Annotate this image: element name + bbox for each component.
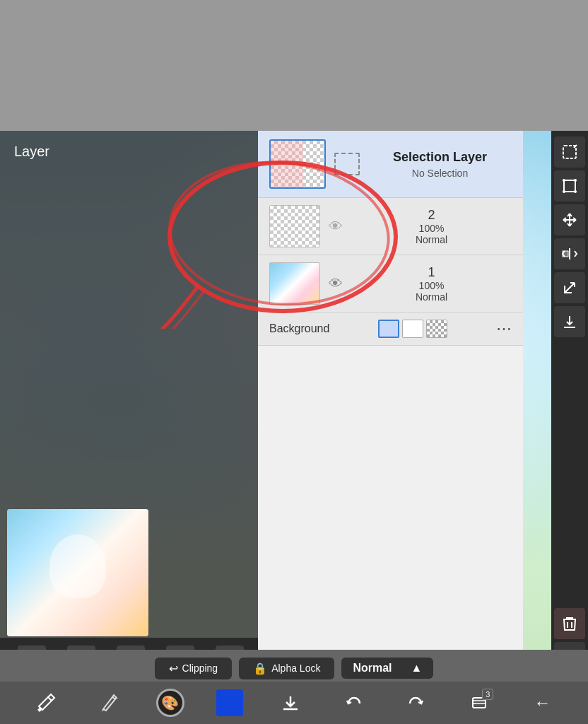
layer-1-row[interactable]: 👁 1 100% Normal — [258, 255, 523, 313]
layer-2-thumbnail — [269, 205, 320, 247]
background-label: Background — [269, 322, 329, 335]
svg-point-16 — [574, 179, 577, 182]
more-options-button[interactable]: ⋯ — [496, 320, 512, 338]
layer-2-number: 2 — [428, 208, 435, 223]
svg-point-15 — [563, 179, 565, 182]
download-button[interactable] — [554, 306, 585, 337]
selection-layer-thumbnail — [269, 139, 326, 189]
redo-button[interactable] — [401, 687, 432, 718]
clipping-label: Clipping — [182, 662, 218, 674]
layer-2-opacity: 100% — [419, 223, 445, 234]
bottom-nav-bar: 🎨 3 ← — [0, 682, 588, 724]
clipping-icon: ↩ — [169, 662, 178, 675]
tools-button[interactable] — [30, 687, 61, 718]
layer-1-info: 1 100% Normal — [351, 265, 512, 303]
resize-button[interactable] — [554, 272, 585, 303]
alpha-lock-button[interactable]: 🔒 Alpha Lock — [239, 658, 334, 679]
clipping-button[interactable]: ↩ Clipping — [155, 658, 233, 679]
background-row[interactable]: Background ⋯ — [258, 313, 523, 346]
selection-layer-info: Selection Layer No Selection — [368, 150, 512, 179]
layer-2-row[interactable]: 👁 2 100% Normal — [258, 198, 523, 255]
transform-button[interactable] — [554, 170, 585, 202]
layer-1-blend: Normal — [416, 291, 447, 303]
bg-swatch-blue[interactable] — [378, 320, 399, 338]
blend-mode-chevron: ▲ — [411, 662, 423, 675]
alpha-lock-icon: 🔒 — [253, 662, 267, 675]
back-button[interactable]: ← — [527, 687, 558, 718]
color-swatch-button[interactable] — [216, 689, 243, 716]
layer-1-thumbnail — [269, 262, 320, 305]
layer-1-number: 1 — [428, 265, 435, 280]
bg-swatch-checker[interactable] — [426, 320, 447, 338]
alpha-lock-label: Alpha Lock — [271, 662, 320, 674]
delete-button[interactable] — [554, 608, 585, 639]
normal-mode-label: Normal — [353, 662, 392, 675]
layer-1-visibility-icon[interactable]: 👁 — [329, 276, 343, 292]
undo-button[interactable] — [338, 687, 369, 718]
layer-2-info: 2 100% Normal — [351, 208, 512, 245]
left-panel: Layer + + — [0, 131, 261, 679]
layer-1-opacity: 100% — [419, 280, 445, 291]
svg-point-18 — [574, 190, 577, 193]
svg-rect-19 — [563, 251, 568, 257]
right-toolbar: ⋮ — [551, 131, 588, 679]
selection-icon — [334, 153, 360, 175]
thumbnail-art — [7, 509, 148, 636]
top-gray-area — [0, 0, 588, 131]
selection-layer-row[interactable]: Selection Layer No Selection — [258, 131, 523, 198]
layers-badge: 3 — [482, 689, 493, 700]
selection-layer-name: Selection Layer — [368, 150, 512, 165]
download-nav-button[interactable] — [275, 687, 306, 718]
bg-swatch-white[interactable] — [402, 320, 423, 338]
selection-layer-sub: No Selection — [368, 168, 512, 179]
layer-panel-title: Layer — [0, 131, 261, 167]
canvas-area: Layer + + — [0, 131, 588, 679]
background-swatches — [378, 320, 447, 338]
flip-button[interactable] — [554, 238, 585, 269]
artwork-thumbnail — [7, 509, 148, 636]
pen-tool-button[interactable] — [93, 687, 124, 718]
layer-2-visibility-icon[interactable]: 👁 — [329, 218, 343, 235]
svg-point-17 — [563, 190, 565, 193]
svg-rect-14 — [564, 180, 575, 192]
blend-mode-selector[interactable]: Normal ▲ — [341, 658, 433, 679]
layers-button[interactable]: 3 — [464, 687, 495, 718]
color-picker-button[interactable]: 🎨 — [156, 689, 184, 717]
select-tool-button[interactable] — [554, 136, 585, 168]
layers-panel: Selection Layer No Selection 👁 2 100% No… — [258, 131, 523, 679]
layer-2-blend: Normal — [416, 234, 447, 245]
move-button[interactable] — [554, 204, 585, 235]
